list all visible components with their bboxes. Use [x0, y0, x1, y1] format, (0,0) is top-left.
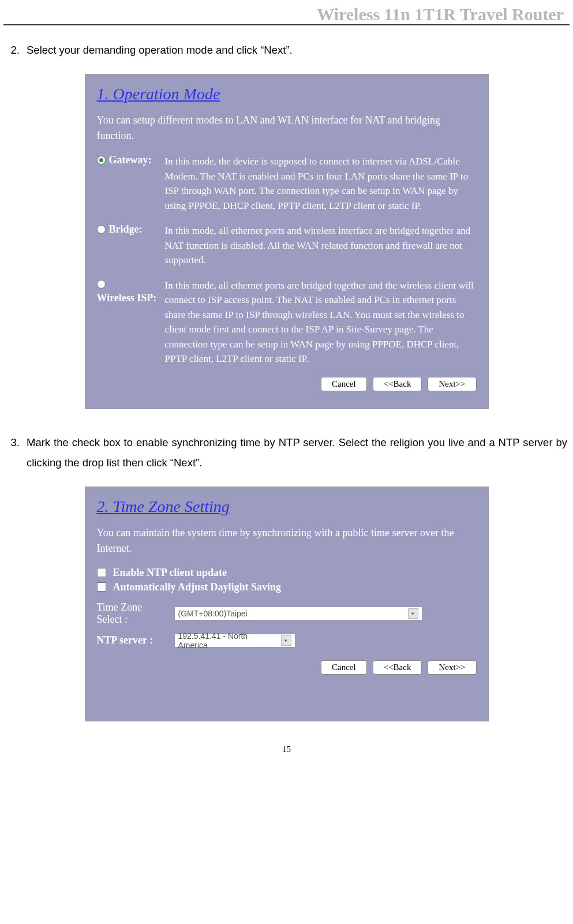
radio-bridge[interactable] [97, 225, 106, 234]
radio-gateway[interactable] [97, 156, 106, 164]
chevron-down-icon: ▾ [281, 635, 291, 646]
operation-mode-panel: 1. Operation Mode You can setup differen… [85, 74, 489, 409]
time-zone-heading: 2. Time Zone Setting [97, 497, 477, 516]
step-3-number: 3. [6, 432, 27, 473]
timezone-select-value: (GMT+08:00)Taipei [178, 609, 248, 618]
checkbox-label-ntp: Enable NTP client update [113, 567, 227, 579]
chevron-down-icon: ▾ [408, 608, 418, 619]
mode-label-gateway: Gateway: [109, 154, 152, 166]
operation-mode-button-row: Cancel <<Back Next>> [97, 377, 477, 391]
next-button[interactable]: Next>> [428, 660, 476, 675]
mode-desc-bridge: In this mode, all ethernet ports and wir… [165, 223, 477, 268]
cancel-button[interactable]: Cancel [321, 377, 367, 391]
mode-desc-gateway: In this mode, the device is supposed to … [165, 154, 477, 213]
form-row-ntp-server: NTP server : 192.5.41.41 - North America… [97, 634, 477, 648]
form-row-timezone: Time Zone Select : (GMT+08:00)Taipei ▾ [97, 601, 477, 626]
mode-label-wisp: Wireless ISP: [97, 292, 157, 304]
checkbox-row-dst: Automatically Adjust Daylight Saving [97, 581, 477, 593]
page-header-title: Wireless 11n 1T1R Travel Router [3, 0, 570, 25]
back-button[interactable]: <<Back [373, 377, 422, 391]
mode-row-gateway: Gateway: In this mode, the device is sup… [97, 154, 477, 213]
checkbox-row-ntp: Enable NTP client update [97, 567, 477, 579]
step-2: 2. Select your demanding operation mode … [6, 40, 567, 60]
mode-row-wisp: Wireless ISP: In this mode, all ethernet… [97, 278, 477, 366]
checkbox-enable-ntp[interactable] [97, 568, 106, 577]
back-button[interactable]: <<Back [373, 660, 422, 675]
ntp-server-select[interactable]: 192.5.41.41 - North America ▾ [174, 634, 295, 648]
step-2-number: 2. [6, 40, 27, 60]
timezone-select[interactable]: (GMT+08:00)Taipei ▾ [174, 607, 422, 620]
time-zone-button-row: Cancel <<Back Next>> [97, 660, 477, 675]
mode-row-bridge: Bridge: In this mode, all ethernet ports… [97, 223, 477, 268]
step-3: 3. Mark the check box to enable synchron… [6, 432, 567, 473]
cancel-button[interactable]: Cancel [321, 660, 367, 675]
mode-desc-wisp: In this mode, all ethernet ports are bri… [165, 278, 477, 366]
step-3-text: Mark the check box to enable synchronizi… [27, 432, 567, 473]
mode-label-bridge: Bridge: [109, 223, 143, 235]
next-button[interactable]: Next>> [428, 377, 476, 391]
time-zone-panel: 2. Time Zone Setting You can maintain th… [85, 487, 489, 721]
ntp-server-label: NTP server : [97, 634, 166, 646]
checkbox-label-dst: Automatically Adjust Daylight Saving [113, 581, 282, 593]
step-2-text: Select your demanding operation mode and… [27, 40, 567, 60]
page-number: 15 [0, 745, 573, 754]
operation-mode-heading: 1. Operation Mode [97, 85, 477, 103]
time-zone-intro: You can maintain the system time by sync… [97, 525, 477, 556]
operation-mode-intro: You can setup different modes to LAN and… [97, 113, 477, 144]
ntp-server-select-value: 192.5.41.41 - North America [178, 631, 278, 650]
timezone-label: Time Zone Select : [97, 601, 166, 626]
radio-wisp[interactable] [97, 280, 106, 289]
checkbox-auto-dst[interactable] [97, 582, 106, 592]
